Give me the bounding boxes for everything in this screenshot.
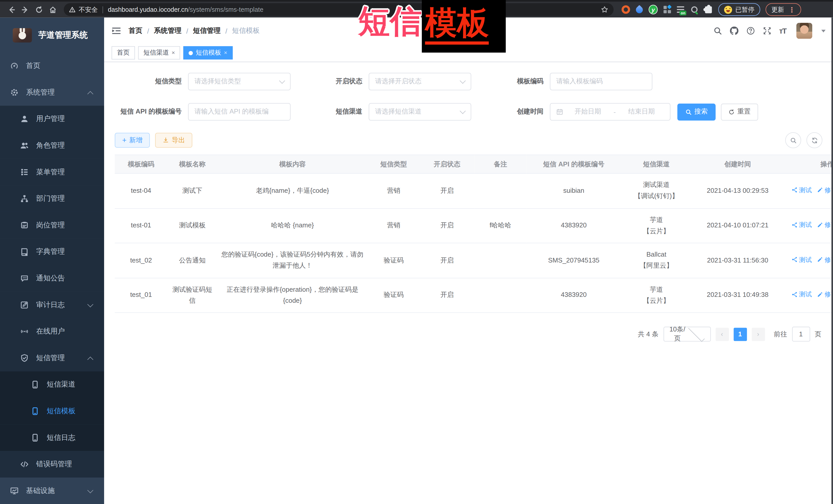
cell-sms-channel: 测试渠道【调试(钉钉)】 [621, 173, 692, 209]
sidebar-item-菜单管理[interactable]: 菜单管理 [0, 159, 104, 186]
list-extension-icon[interactable]: on [676, 5, 685, 14]
sidebar-item-短信模板[interactable]: 短信模板 [0, 398, 104, 425]
github-icon[interactable] [730, 27, 738, 35]
start-date-placeholder[interactable]: 开始日期 [565, 107, 611, 116]
sidebar-item-部门管理[interactable]: 部门管理 [0, 185, 104, 212]
sidebar-item-短信日志[interactable]: 短信日志 [0, 425, 104, 451]
header-search-icon[interactable] [713, 27, 722, 35]
input-placeholder: 请输入短信 API 的模板编 [194, 107, 284, 116]
page-number-button[interactable]: 1 [734, 327, 747, 341]
reload-icon[interactable] [32, 3, 46, 17]
filter-label: 短信类型 [115, 77, 188, 86]
edit-link[interactable]: 修改 [817, 185, 833, 196]
grid-extension-icon[interactable] [663, 5, 671, 14]
tab-短信模板[interactable]: 短信模板× [184, 46, 233, 59]
reset-button[interactable]: 重置 [721, 103, 758, 120]
sidebar-item-短信管理[interactable]: 短信管理 [0, 345, 104, 371]
sidebar-item-label: 错误码管理 [36, 459, 72, 469]
breadcrumb-item[interactable]: 首页 [128, 26, 142, 35]
sidebar-item-label: 角色管理 [36, 141, 65, 150]
close-icon[interactable]: × [224, 50, 227, 56]
test-link[interactable]: 测试 [791, 254, 812, 265]
orange-ring-extension-icon[interactable] [621, 5, 630, 14]
test-link[interactable]: 测试 [791, 289, 812, 300]
tab-短信渠道[interactable]: 短信渠道× [138, 46, 181, 59]
sidebar-item-label: 首页 [26, 61, 41, 71]
sidebar-item-短信渠道[interactable]: 短信渠道 [0, 371, 104, 398]
edit-link[interactable]: 修改 [817, 219, 833, 230]
sidebar: 芋道管理系统 首页系统管理用户管理角色管理菜单管理部门管理岗位管理字典管理通知公… [0, 18, 104, 504]
help-icon[interactable] [746, 27, 755, 35]
tab-首页[interactable]: 首页 [112, 46, 135, 59]
open-status-select[interactable]: 请选择开启状态 [369, 73, 471, 90]
sidebar-item-系统管理[interactable]: 系统管理 [0, 79, 104, 106]
sidebar-item-错误码管理[interactable]: 错误码管理 [0, 451, 104, 478]
font-size-icon[interactable]: тT [779, 27, 786, 35]
security-label[interactable]: 不安全 [79, 5, 98, 14]
cell-api-template-id: SMS_207945135 [526, 243, 621, 278]
sidebar-item-岗位管理[interactable]: 岗位管理 [0, 212, 104, 239]
table-row: test-04测试下老鸡{name}，牛逼{code}营销开启suibian测试… [115, 173, 833, 209]
breadcrumb-item[interactable]: 短信管理 [193, 26, 221, 35]
search-extension-icon[interactable] [690, 5, 699, 14]
blue-pin-extension-icon[interactable] [635, 5, 644, 14]
sidebar-item-审计日志[interactable]: 审计日志 [0, 292, 104, 318]
puzzle-extension-icon[interactable] [704, 5, 713, 14]
browser-update-button[interactable]: 更新 ⋮ [766, 3, 801, 16]
action-label: 测试 [799, 219, 812, 230]
back-icon[interactable] [4, 3, 18, 17]
cell-api-template-id: 4383920 [526, 278, 621, 313]
fullscreen-icon[interactable] [763, 27, 771, 35]
sidebar-toggle-icon[interactable] [112, 27, 121, 35]
prev-page-button[interactable]: ‹ [715, 327, 729, 341]
api-template-id-input[interactable]: 请输入短信 API 的模板编 [188, 103, 291, 120]
users-icon [20, 141, 29, 150]
test-link[interactable]: 测试 [791, 185, 812, 196]
sms-type-select[interactable]: 请选择短信类型 [188, 73, 291, 90]
edit-link[interactable]: 修改 [817, 254, 833, 265]
template-code-input[interactable]: 请输入模板编码 [550, 73, 652, 90]
add-button[interactable]: + 新增 [115, 133, 150, 148]
breadcrumb-separator: / [186, 27, 188, 35]
kebab-menu-icon[interactable]: ⋮ [788, 6, 795, 14]
cell-template-code: test-04 [115, 173, 167, 209]
breadcrumb-item[interactable]: 系统管理 [154, 26, 182, 35]
toggle-search-button[interactable] [785, 132, 801, 148]
sidebar-item-首页[interactable]: 首页 [0, 52, 104, 79]
next-page-button[interactable]: › [752, 327, 765, 341]
cell-actions: 测试修改删除 [784, 278, 833, 313]
sms-channel-select[interactable]: 请选择短信渠道 [369, 103, 471, 120]
end-date-placeholder[interactable]: 结束日期 [619, 107, 664, 116]
sidebar-item-角色管理[interactable]: 角色管理 [0, 132, 104, 159]
paused-label: 已暂停 [735, 5, 755, 14]
sidebar-item-字典管理[interactable]: 字典管理 [0, 238, 104, 265]
page-size-select[interactable]: 10条/页 [663, 327, 710, 341]
sidebar-item-基础设施[interactable]: 基础设施 [0, 478, 104, 504]
profile-paused-badge[interactable]: 已暂停 [718, 3, 760, 16]
dashboard-icon [10, 62, 19, 70]
caret-down-icon[interactable] [821, 29, 826, 32]
filter-label: 开启状态 [290, 77, 369, 86]
tab-label: 首页 [117, 48, 130, 57]
forward-icon[interactable] [18, 3, 32, 17]
refresh-table-button[interactable] [806, 132, 822, 148]
search-button[interactable]: 搜索 [677, 103, 716, 120]
bookmark-star-icon[interactable] [601, 6, 609, 13]
test-link[interactable]: 测试 [791, 219, 812, 230]
close-icon[interactable]: × [171, 50, 175, 56]
sidebar-item-用户管理[interactable]: 用户管理 [0, 105, 104, 132]
sidebar-item-通知公告[interactable]: 通知公告 [0, 265, 104, 292]
create-time-range-picker[interactable]: 开始日期 - 结束日期 [550, 103, 670, 120]
user-avatar[interactable] [796, 23, 812, 39]
export-button[interactable]: 导出 [155, 133, 192, 148]
edit-link[interactable]: 修改 [817, 289, 833, 300]
select-placeholder: 请选择开启状态 [375, 77, 461, 86]
green-y-extension-icon[interactable]: y [649, 5, 658, 14]
app-logo[interactable]: 芋道管理系统 [0, 18, 104, 52]
page-unit-label: 页 [815, 330, 822, 339]
address-bar[interactable]: 不安全 dashboard.yudao.iocoder.cn/system/sm… [64, 3, 614, 16]
home-icon[interactable] [46, 3, 60, 17]
cell-created-at: 2021-03-31 10:49:38 [692, 278, 784, 313]
sidebar-item-在线用户[interactable]: 在线用户 [0, 318, 104, 345]
goto-page-input[interactable]: 1 [792, 327, 810, 341]
